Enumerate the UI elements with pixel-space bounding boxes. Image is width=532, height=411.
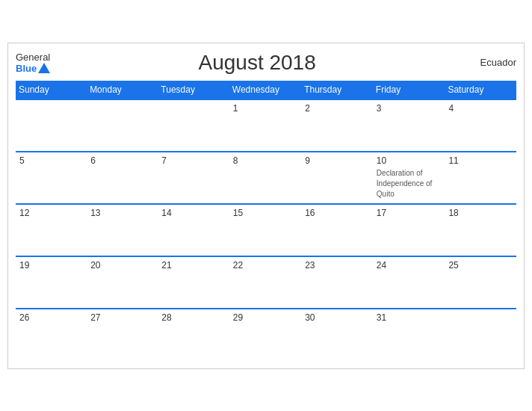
table-row: 31 bbox=[373, 309, 445, 361]
day-number: 18 bbox=[448, 208, 513, 218]
logo-blue-text: Blue bbox=[16, 63, 37, 74]
table-row: 12 bbox=[16, 204, 87, 256]
day-number: 26 bbox=[19, 312, 83, 323]
day-number: 6 bbox=[90, 155, 154, 166]
table-row: 2 bbox=[301, 99, 373, 152]
country-label: Ecuador bbox=[464, 57, 516, 68]
table-row: 17 bbox=[373, 204, 445, 256]
day-number: 9 bbox=[305, 155, 369, 166]
day-number: 13 bbox=[90, 208, 154, 218]
table-row: 6 bbox=[87, 152, 158, 204]
day-number: 14 bbox=[161, 208, 225, 218]
day-number: 25 bbox=[448, 260, 513, 271]
day-number: 2 bbox=[305, 103, 369, 114]
day-number: 17 bbox=[377, 208, 442, 218]
table-row: 18 bbox=[445, 204, 516, 256]
table-row bbox=[445, 309, 516, 361]
table-row: 21 bbox=[158, 256, 229, 309]
calendar-header: General Blue August 2018 Ecuador bbox=[16, 51, 516, 75]
day-number: 3 bbox=[377, 103, 442, 114]
calendar-week-row: 262728293031 bbox=[16, 309, 516, 361]
header-tuesday: Tuesday bbox=[158, 81, 229, 99]
table-row: 25 bbox=[445, 256, 516, 309]
day-number: 27 bbox=[90, 312, 154, 323]
table-row: 7 bbox=[158, 152, 229, 204]
calendar-week-row: 5678910Declaration of Independence of Qu… bbox=[16, 152, 516, 204]
table-row: 24 bbox=[373, 256, 445, 309]
header-thursday: Thursday bbox=[301, 81, 373, 99]
table-row: 28 bbox=[158, 309, 229, 361]
day-number: 24 bbox=[377, 260, 442, 271]
day-number: 23 bbox=[305, 260, 369, 271]
day-number: 28 bbox=[161, 312, 225, 323]
table-row: 8 bbox=[229, 152, 301, 204]
day-number: 29 bbox=[233, 312, 297, 323]
table-row: 27 bbox=[87, 309, 158, 361]
table-row: 9 bbox=[301, 152, 373, 204]
day-number: 21 bbox=[161, 260, 225, 271]
calendar-week-row: 19202122232425 bbox=[16, 256, 516, 309]
table-row: 5 bbox=[16, 152, 87, 204]
day-number: 8 bbox=[233, 155, 297, 166]
table-row: 14 bbox=[158, 204, 229, 256]
header-friday: Friday bbox=[373, 81, 445, 99]
logo-triangle-icon bbox=[38, 63, 50, 73]
day-number: 4 bbox=[448, 103, 513, 114]
header-sunday: Sunday bbox=[16, 81, 87, 99]
logo-general-text: General bbox=[16, 52, 50, 63]
logo: General Blue bbox=[16, 52, 50, 74]
table-row: 20 bbox=[87, 256, 158, 309]
table-row: 29 bbox=[229, 309, 301, 361]
table-row: 13 bbox=[87, 204, 158, 256]
day-number: 5 bbox=[19, 155, 83, 166]
table-row: 30 bbox=[301, 309, 373, 361]
table-row: 19 bbox=[16, 256, 87, 309]
day-number: 10 bbox=[377, 155, 442, 166]
day-number: 7 bbox=[161, 155, 225, 166]
table-row: 15 bbox=[229, 204, 301, 256]
table-row bbox=[158, 99, 229, 152]
table-row: 26 bbox=[16, 309, 87, 361]
table-row: 10Declaration of Independence of Quito bbox=[373, 152, 445, 204]
day-number: 11 bbox=[448, 155, 513, 166]
header-saturday: Saturday bbox=[445, 81, 516, 99]
calendar-table: Sunday Monday Tuesday Wednesday Thursday… bbox=[16, 81, 516, 361]
header-monday: Monday bbox=[87, 81, 158, 99]
table-row: 23 bbox=[301, 256, 373, 309]
table-row bbox=[87, 99, 158, 152]
calendar-title: August 2018 bbox=[50, 51, 464, 75]
day-number: 30 bbox=[305, 312, 369, 323]
weekday-header-row: Sunday Monday Tuesday Wednesday Thursday… bbox=[16, 81, 516, 99]
calendar-week-row: 12131415161718 bbox=[16, 204, 516, 256]
day-number: 15 bbox=[233, 208, 297, 218]
table-row bbox=[16, 99, 87, 152]
day-number: 16 bbox=[305, 208, 369, 218]
calendar-week-row: 1234 bbox=[16, 99, 516, 152]
day-number: 19 bbox=[19, 260, 83, 271]
table-row: 1 bbox=[229, 99, 301, 152]
day-number: 22 bbox=[233, 260, 297, 271]
day-number: 12 bbox=[19, 208, 83, 218]
calendar: General Blue August 2018 Ecuador Sunday … bbox=[7, 43, 525, 369]
event-text: Declaration of Independence of Quito bbox=[377, 169, 433, 198]
table-row: 11 bbox=[445, 152, 516, 204]
table-row: 16 bbox=[301, 204, 373, 256]
table-row: 3 bbox=[373, 99, 445, 152]
header-wednesday: Wednesday bbox=[229, 81, 301, 99]
day-number: 20 bbox=[90, 260, 154, 271]
table-row: 4 bbox=[445, 99, 516, 152]
table-row: 22 bbox=[229, 256, 301, 309]
day-number: 1 bbox=[233, 103, 297, 114]
day-number: 31 bbox=[377, 312, 442, 323]
